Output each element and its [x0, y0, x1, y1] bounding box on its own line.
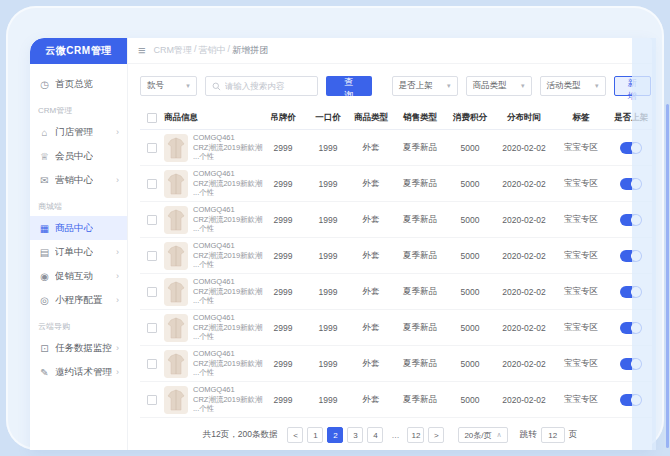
product-info-cell: COMGQ461CRZ潮流2019新款潮...个性: [164, 313, 260, 342]
page-size-select[interactable]: 20条/页 ∧: [458, 427, 507, 443]
product-code: COMGQ461: [193, 133, 263, 143]
chevron-up-icon: ∧: [497, 431, 502, 439]
store-icon: ⌂: [38, 127, 51, 138]
scrollbar[interactable]: [666, 104, 669, 448]
publish-time-cell: 2020-02-02: [492, 179, 556, 189]
product-desc-2: ...个性: [193, 224, 263, 234]
sidebar-item-label: 会员中心: [55, 150, 93, 163]
row-checkbox[interactable]: [147, 179, 157, 189]
sales-type-cell: 夏季新品: [392, 214, 448, 226]
points-cell: 5000: [448, 143, 492, 153]
tag-cell: 宝宝专区: [556, 250, 606, 262]
product-desc: CRZ潮流2019新款潮: [193, 323, 263, 333]
page-button[interactable]: 3: [347, 427, 363, 443]
product-type-cell: 外套: [350, 322, 392, 334]
product-info-cell: COMGQ461CRZ潮流2019新款潮...个性: [164, 169, 260, 198]
sidebar-item-miniapp[interactable]: ◎小程序配置›: [30, 288, 127, 312]
page-button[interactable]: 1: [307, 427, 323, 443]
select-all-checkbox[interactable]: [147, 113, 157, 123]
sidebar-item-member[interactable]: ♕会员中心: [30, 144, 127, 168]
page-button[interactable]: 2: [327, 427, 343, 443]
tag-price-cell: 2999: [260, 143, 306, 153]
page-button[interactable]: 4: [367, 427, 383, 443]
app-window: 云微CRM管理 ◷首页总览CRM管理⌂门店管理›♕会员中心✉营销中心›商城端▦商…: [30, 38, 652, 450]
chevron-right-icon: ›: [116, 175, 119, 185]
row-checkbox[interactable]: [147, 359, 157, 369]
tag-price-cell: 2999: [260, 359, 306, 369]
prev-page-button[interactable]: <: [287, 427, 303, 443]
page-button[interactable]: 12: [407, 427, 424, 443]
publish-time-cell: 2020-02-02: [492, 323, 556, 333]
row-checkbox[interactable]: [147, 215, 157, 225]
product-text: COMGQ461CRZ潮流2019新款潮...个性: [193, 241, 263, 270]
checkbox-cell: [140, 287, 164, 297]
filter-select-value: 商品类型: [473, 80, 507, 92]
sidebar-item-product[interactable]: ▦商品中心: [30, 216, 127, 240]
product-code: COMGQ461: [193, 349, 263, 359]
sidebar-item-promotion[interactable]: ◉促销互动›: [30, 264, 127, 288]
filter-select[interactable]: 商品类型▾: [466, 76, 532, 96]
table-header-row: 商品信息吊牌价一口价商品类型销售类型消费积分分布时间标签是否上架: [140, 106, 652, 130]
breadcrumb-item[interactable]: 营销中: [199, 44, 226, 57]
sales-type-cell: 夏季新品: [392, 394, 448, 406]
breadcrumb-item[interactable]: CRM管理: [154, 44, 193, 57]
breadcrumb-separator: /: [194, 44, 197, 57]
product-image: [164, 314, 188, 342]
search-box[interactable]: [205, 76, 318, 96]
one-price-cell: 1999: [306, 143, 350, 153]
sidebar-item-marketing[interactable]: ✉营销中心›: [30, 168, 127, 192]
sidebar: 云微CRM管理 ◷首页总览CRM管理⌂门店管理›♕会员中心✉营销中心›商城端▦商…: [30, 38, 128, 450]
points-cell: 5000: [448, 215, 492, 225]
row-checkbox[interactable]: [147, 323, 157, 333]
row-checkbox[interactable]: [147, 395, 157, 405]
row-checkbox[interactable]: [147, 251, 157, 261]
chevron-down-icon: ▾: [180, 82, 190, 90]
page-button[interactable]: …: [387, 427, 403, 443]
product-text: COMGQ461CRZ潮流2019新款潮...个性: [193, 169, 263, 198]
sidebar-item-label: 任务数据监控: [55, 342, 112, 355]
table-row: COMGQ461CRZ潮流2019新款潮...个性29991999外套夏季新品5…: [140, 130, 652, 166]
product-text: COMGQ461CRZ潮流2019新款潮...个性: [193, 277, 263, 306]
chevron-right-icon: ›: [116, 271, 119, 281]
chevron-right-icon: ›: [116, 127, 119, 137]
sidebar-section-label: 云端导购: [30, 312, 127, 336]
product-text: COMGQ461CRZ潮流2019新款潮...个性: [193, 313, 263, 342]
row-checkbox[interactable]: [147, 143, 157, 153]
field-select[interactable]: 款号 ▾: [140, 76, 197, 96]
menu-toggle-icon[interactable]: ≡: [138, 44, 146, 57]
product-text: COMGQ461CRZ潮流2019新款潮...个性: [193, 349, 263, 378]
product-image: [164, 386, 188, 414]
tag-cell: 宝宝专区: [556, 178, 606, 190]
search-input[interactable]: [225, 81, 311, 91]
table-row: COMGQ461CRZ潮流2019新款潮...个性29991999外套夏季新品5…: [140, 238, 652, 274]
products-table: 商品信息吊牌价一口价商品类型销售类型消费积分分布时间标签是否上架 COMGQ46…: [140, 106, 652, 420]
query-button[interactable]: 查询: [326, 76, 372, 96]
sidebar-item-order[interactable]: ▤订单中心›: [30, 240, 127, 264]
filter-select[interactable]: 是否上架▾: [392, 76, 458, 96]
filter-bar: 款号 ▾ 查询 是否上架▾商品类型▾活动类型▾ 新增: [140, 72, 651, 100]
table-row: COMGQ461CRZ潮流2019新款潮...个性29991999外套夏季新品5…: [140, 310, 652, 346]
sidebar-section-label: CRM管理: [30, 96, 127, 120]
one-price-cell: 1999: [306, 323, 350, 333]
filter-select-value: 活动类型: [547, 80, 581, 92]
sidebar-item-store[interactable]: ⌂门店管理›: [30, 120, 127, 144]
filter-select-value: 是否上架: [399, 80, 433, 92]
filter-selects: 是否上架▾商品类型▾活动类型▾: [380, 76, 606, 96]
sidebar-item-invite-script[interactable]: ✎邀约话术管理›: [30, 360, 127, 384]
sales-type-cell: 夏季新品: [392, 178, 448, 190]
table-row: COMGQ461CRZ潮流2019新款潮...个性29991999外套夏季新品5…: [140, 274, 652, 310]
product-image: [164, 278, 188, 306]
sidebar-item-home[interactable]: ◷首页总览: [30, 72, 127, 96]
jump-input[interactable]: [541, 427, 565, 443]
sidebar-item-task-monitor[interactable]: ⊡任务数据监控›: [30, 336, 127, 360]
product-text: COMGQ461CRZ潮流2019新款潮...个性: [193, 205, 263, 234]
filter-select[interactable]: 活动类型▾: [540, 76, 606, 96]
publish-time-cell: 2020-02-02: [492, 251, 556, 261]
sidebar-item-label: 促销互动: [55, 270, 93, 283]
product-desc-2: ...个性: [193, 368, 263, 378]
column-header: 吊牌价: [260, 112, 306, 124]
row-checkbox[interactable]: [147, 287, 157, 297]
next-page-button[interactable]: >: [428, 427, 444, 443]
tag-price-cell: 2999: [260, 287, 306, 297]
breadcrumb-item[interactable]: 新增拼团: [232, 44, 268, 57]
